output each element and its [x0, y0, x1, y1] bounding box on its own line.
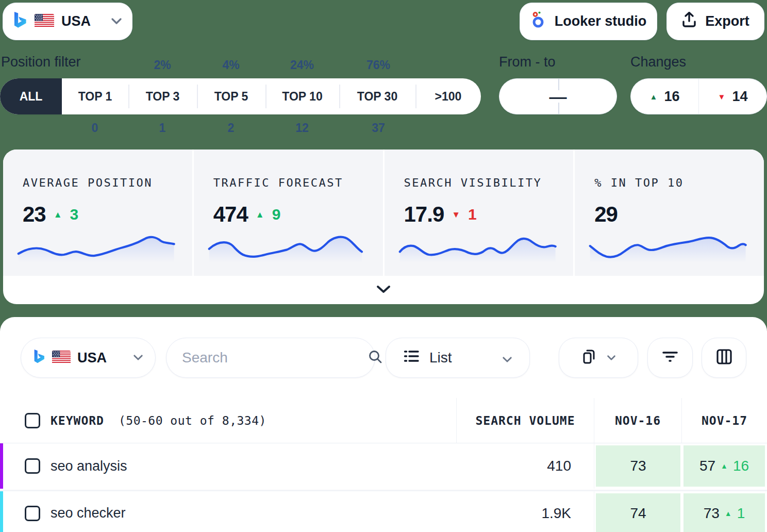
table-row: seo checker 1.9K 74 73 ▲ 1	[0, 490, 767, 532]
export-icon	[681, 11, 697, 31]
columns-button[interactable]	[702, 338, 746, 378]
changes-down[interactable]: ▼ 14	[699, 79, 766, 114]
chevron-down-icon	[376, 285, 391, 295]
search-volume-column-header[interactable]: SEARCH VOLUME	[457, 398, 594, 443]
position-value: 73	[630, 458, 646, 474]
tab-percent-top3: 2%	[154, 58, 171, 72]
bing-logo-icon	[13, 11, 27, 31]
search-input[interactable]	[182, 350, 368, 366]
keywords-panel: USA List	[0, 317, 767, 532]
stat-card-traffic-forecast: TRAFFIC FORECAST 474 ▲ 9	[194, 149, 383, 276]
stat-delta: 9	[272, 206, 281, 223]
stat-title: AVERAGE POSITION	[23, 176, 192, 189]
stat-delta: 1	[468, 206, 477, 223]
sparkline-chart	[588, 231, 747, 262]
changes-up[interactable]: ▲ 16	[631, 79, 699, 114]
tab-count-top30: 37	[372, 121, 385, 135]
chevron-down-icon	[111, 17, 122, 26]
country-label: USA	[77, 350, 107, 366]
tab-top30[interactable]: TOP 30	[339, 78, 415, 114]
filter-icon	[662, 350, 678, 365]
tab-top10[interactable]: TOP 10	[265, 78, 339, 114]
stat-value: 474	[213, 202, 248, 227]
row-color-bar	[0, 491, 3, 532]
looker-studio-icon	[530, 11, 546, 32]
search-volume-cell: 1.9K	[457, 491, 594, 532]
row-checkbox[interactable]	[25, 506, 40, 521]
usa-flag-icon	[52, 351, 71, 365]
keyword-cell[interactable]: seo checker	[51, 505, 126, 521]
position-delta: 16	[733, 458, 749, 474]
expand-panel-button[interactable]	[3, 276, 764, 304]
position-cell-nov17: 57 ▲ 16	[683, 445, 765, 487]
view-mode-label: List	[429, 350, 452, 366]
date-range-input[interactable]: —	[499, 78, 617, 114]
select-all-checkbox[interactable]	[25, 413, 40, 428]
keyword-header-label[interactable]: KEYWORD	[51, 414, 104, 427]
sparkline-chart	[16, 231, 176, 262]
screen: USA Looker studio Export Position filter…	[0, 0, 767, 532]
tab-count-top3: 1	[159, 121, 166, 135]
triangle-up-icon: ▲	[54, 210, 62, 219]
keyword-column-header: KEYWORD (50-60 out of 8,334)	[0, 398, 457, 443]
stat-card-average-position: AVERAGE POSITION 23 ▲ 3	[3, 149, 192, 276]
search-volume-cell: 410	[457, 443, 594, 489]
triangle-down-icon: ▼	[452, 210, 460, 219]
chevron-down-icon	[503, 350, 512, 366]
tab-percent-top10: 24%	[290, 58, 314, 72]
looker-studio-button[interactable]: Looker studio	[520, 3, 657, 40]
triangle-up-icon: ▲	[725, 510, 732, 517]
stat-title: % IN TOP 10	[594, 176, 764, 189]
row-color-bar	[0, 443, 3, 489]
list-icon	[404, 350, 419, 367]
looker-studio-label: Looker studio	[555, 13, 647, 29]
stat-value: 17.9	[404, 202, 444, 227]
keyword-cell[interactable]: seo analysis	[51, 458, 127, 474]
position-cell-nov16: 74	[596, 493, 680, 532]
chevron-down-icon	[607, 353, 615, 362]
tab-count-top10: 12	[295, 121, 309, 135]
position-cell-nov16: 73	[596, 445, 680, 487]
position-cell-nov17: 73 ▲ 1	[683, 493, 765, 532]
country-label: USA	[61, 13, 91, 29]
copy-button[interactable]	[559, 338, 638, 378]
tab-all[interactable]: ALL	[0, 78, 62, 114]
date-range-value: —	[549, 88, 567, 105]
columns-icon	[716, 348, 732, 367]
filter-button[interactable]	[647, 338, 693, 378]
position-value: 57	[699, 458, 715, 474]
country-selector[interactable]: USA	[3, 3, 132, 40]
position-delta: 1	[737, 505, 745, 522]
row-checkbox[interactable]	[25, 458, 40, 474]
date-column-header-nov17[interactable]: NOV-17	[682, 398, 767, 443]
stat-title: TRAFFIC FORECAST	[213, 176, 383, 189]
export-button[interactable]: Export	[666, 3, 764, 40]
stat-delta: 3	[70, 206, 79, 223]
tab-top3[interactable]: TOP 3	[128, 78, 197, 114]
stats-panel: AVERAGE POSITION 23 ▲ 3 TRAFFIC FORECAST…	[3, 149, 764, 304]
usa-flag-icon	[35, 14, 54, 29]
stat-card-search-visibility: SEARCH VISIBILITY 17.9 ▼ 1	[385, 149, 574, 276]
tab-top1[interactable]: TOP 1	[62, 78, 128, 114]
position-value: 73	[704, 505, 720, 522]
chevron-down-icon	[134, 353, 143, 362]
export-label: Export	[705, 13, 749, 29]
sparkline-chart	[207, 231, 366, 262]
changes-pill: ▲ 16 ▼ 14	[630, 78, 767, 114]
triangle-up-icon: ▲	[650, 93, 658, 101]
triangle-up-icon: ▲	[256, 210, 264, 219]
date-column-header-nov16[interactable]: NOV-16	[594, 398, 682, 443]
tab-count-top1: 0	[92, 121, 98, 135]
view-mode-select[interactable]: List	[386, 338, 530, 378]
tab-top5[interactable]: TOP 5	[197, 78, 265, 114]
tab-over100[interactable]: >100	[415, 78, 481, 114]
search-icon[interactable]	[368, 350, 382, 366]
position-filter-label: Position filter	[1, 54, 81, 70]
changes-label: Changes	[630, 54, 686, 70]
stat-card-percent-in-top10: % IN TOP 10 29	[575, 149, 764, 276]
tab-percent-top5: 4%	[222, 58, 239, 72]
triangle-up-icon: ▲	[721, 462, 728, 470]
stat-value: 23	[23, 202, 46, 227]
table-country-selector[interactable]: USA	[21, 338, 156, 378]
table-row: seo analysis 410 73 57 ▲ 16	[0, 443, 767, 489]
